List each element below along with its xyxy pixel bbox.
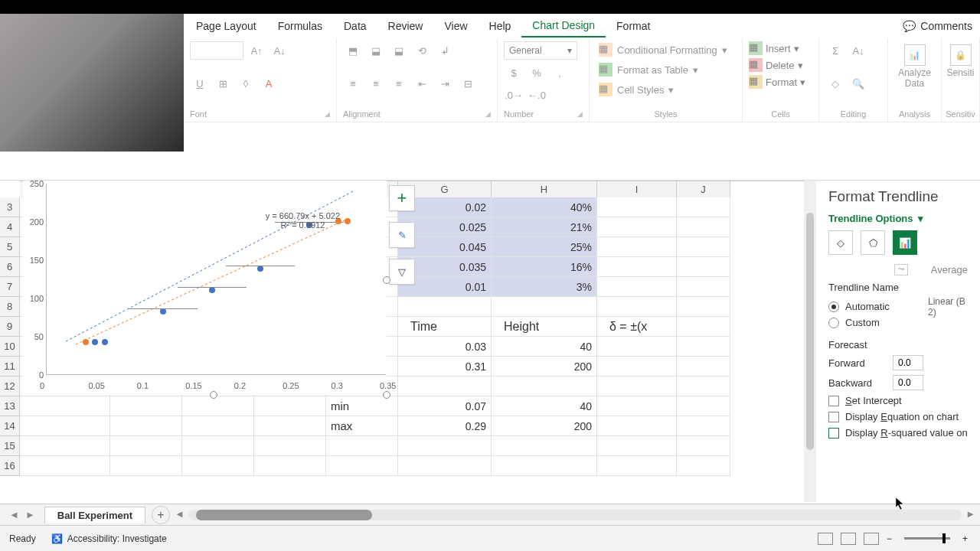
indent-right-button[interactable]: ⇥	[435, 75, 455, 93]
accessibility-status[interactable]: ♿ Accessibility: Investigate	[51, 533, 167, 544]
cell-styles-button[interactable]: ▦Cell Styles▾	[596, 81, 736, 98]
sensitivity-button[interactable]: 🔒 Sensiti	[948, 41, 973, 81]
analyze-data-button[interactable]: 📊 Analyze Data	[894, 41, 935, 92]
chart-styles-button[interactable]: ✎	[389, 222, 415, 248]
cell-C14[interactable]	[110, 416, 182, 436]
insert-cells-button[interactable]: ▦Insert▾	[749, 41, 812, 55]
effects-tab[interactable]: ⬠	[861, 230, 885, 255]
borders-button[interactable]: ⊞	[213, 75, 233, 93]
grow-font-button[interactable]: A↑	[247, 41, 266, 60]
cell-B15[interactable]	[20, 436, 110, 456]
conditional-formatting-button[interactable]: ▦Conditional Formatting▾	[596, 41, 736, 58]
cell-E16[interactable]	[254, 456, 326, 476]
cell-E13[interactable]	[254, 396, 326, 416]
col-header-H[interactable]: H	[492, 181, 597, 197]
sum-button[interactable]: Σ	[825, 41, 845, 60]
cell-I15[interactable]	[597, 436, 677, 456]
sheet-tab-active[interactable]: Ball Experiment	[44, 507, 145, 523]
cell-H16[interactable]	[492, 456, 597, 476]
font-color-button[interactable]: A	[259, 75, 279, 93]
cell-J10[interactable]	[677, 337, 730, 357]
cell-D15[interactable]	[182, 436, 254, 456]
cell-J7[interactable]	[677, 277, 730, 297]
cell-D16[interactable]	[182, 456, 254, 476]
format-as-table-button[interactable]: ▦Format as Table▾	[596, 61, 736, 78]
increase-decimal-button[interactable]: .0→	[504, 86, 524, 104]
cell-H13[interactable]: 40	[492, 396, 597, 416]
display-r2-checkbox[interactable]	[828, 428, 839, 439]
chart-handle-bottom[interactable]	[210, 391, 217, 399]
tab-format[interactable]: Format	[606, 15, 661, 37]
row-header-15[interactable]: 15	[0, 436, 20, 456]
fill-button[interactable]: ◇	[825, 75, 845, 93]
cell-J4[interactable]	[677, 217, 730, 237]
row-header-6[interactable]: 6	[0, 257, 20, 277]
col-header-J[interactable]: J	[677, 181, 730, 197]
row-header-8[interactable]: 8	[0, 297, 20, 317]
align-bottom-button[interactable]: ⬓	[389, 41, 409, 60]
tab-review[interactable]: Review	[377, 15, 434, 37]
cell-I10[interactable]	[597, 337, 677, 357]
hscroll-thumb[interactable]	[196, 510, 372, 520]
cell-G13[interactable]: 0.07	[398, 396, 492, 416]
align-top-button[interactable]: ⬒	[343, 41, 363, 60]
row-header-4[interactable]: 4	[0, 217, 20, 237]
cell-I12[interactable]	[597, 377, 677, 396]
cell-F16[interactable]	[326, 456, 398, 476]
cell-H6[interactable]: 16%	[492, 257, 597, 277]
cell-G16[interactable]	[398, 456, 492, 476]
cell-J9[interactable]	[677, 317, 730, 337]
row-header-16[interactable]: 16	[0, 456, 20, 476]
cell-H10[interactable]: 40	[492, 337, 597, 357]
cell-H12[interactable]	[492, 377, 597, 396]
chart-handle-corner[interactable]	[383, 391, 390, 399]
cell-J15[interactable]	[677, 436, 730, 456]
cell-C16[interactable]	[110, 456, 182, 476]
pane-subtitle[interactable]: Trendline Options ▾	[828, 213, 968, 224]
cell-I6[interactable]	[597, 257, 677, 277]
cell-J5[interactable]	[677, 237, 730, 257]
comments-button[interactable]: 💬 Comments	[903, 20, 972, 32]
tab-chart-design[interactable]: Chart Design	[521, 15, 606, 37]
cell-B14[interactable]	[20, 416, 110, 436]
cell-I5[interactable]	[597, 237, 677, 257]
tab-page-layout[interactable]: Page Layout	[185, 15, 267, 37]
merge-button[interactable]: ⊟	[458, 75, 478, 93]
tab-help[interactable]: Help	[479, 15, 522, 37]
orientation-button[interactable]: ⟲	[412, 41, 432, 60]
cell-B13[interactable]	[20, 396, 110, 416]
set-intercept-checkbox[interactable]	[828, 396, 839, 406]
currency-button[interactable]: $	[504, 64, 524, 82]
cell-G10[interactable]: 0.03	[398, 337, 492, 357]
cell-H15[interactable]	[492, 436, 597, 456]
cell-C13[interactable]	[110, 396, 182, 416]
delete-cells-button[interactable]: ▦Delete▾	[749, 58, 812, 72]
indent-left-button[interactable]: ⇤	[412, 75, 432, 93]
cell-J6[interactable]	[677, 257, 730, 277]
fill-line-tab[interactable]: ◇	[828, 230, 853, 255]
cell-H3[interactable]: 40%	[492, 197, 597, 217]
number-format-dropdown[interactable]: General▾	[504, 41, 577, 60]
chart-elements-button[interactable]: +	[389, 185, 415, 211]
cell-I7[interactable]	[597, 277, 677, 297]
cell-H5[interactable]: 25%	[492, 237, 597, 257]
fill-color-button[interactable]: ◊	[236, 75, 256, 93]
new-sheet-button[interactable]: +	[152, 506, 170, 524]
align-middle-button[interactable]: ⬓	[366, 41, 386, 60]
tab-view[interactable]: View	[433, 15, 478, 37]
zoom-in-button[interactable]: +	[962, 533, 968, 544]
cell-G15[interactable]	[398, 436, 492, 456]
cell-I11[interactable]	[597, 357, 677, 377]
row-header-7[interactable]: 7	[0, 277, 20, 297]
align-right-button[interactable]: ≡	[389, 75, 409, 93]
scatter-chart[interactable]: 050100150200250 y = 660.79x + 5.022 R² =…	[23, 181, 387, 395]
cell-F13[interactable]: min	[326, 396, 398, 416]
shrink-font-button[interactable]: A↓	[270, 41, 289, 60]
cell-J8[interactable]	[677, 297, 730, 317]
prev-sheet-button[interactable]: ◄	[9, 509, 19, 520]
cell-I4[interactable]	[597, 217, 677, 237]
row-header-14[interactable]: 14	[0, 416, 20, 436]
cell-H7[interactable]: 3%	[492, 277, 597, 297]
cell-J12[interactable]	[677, 377, 730, 396]
zoom-out-button[interactable]: −	[887, 533, 892, 544]
